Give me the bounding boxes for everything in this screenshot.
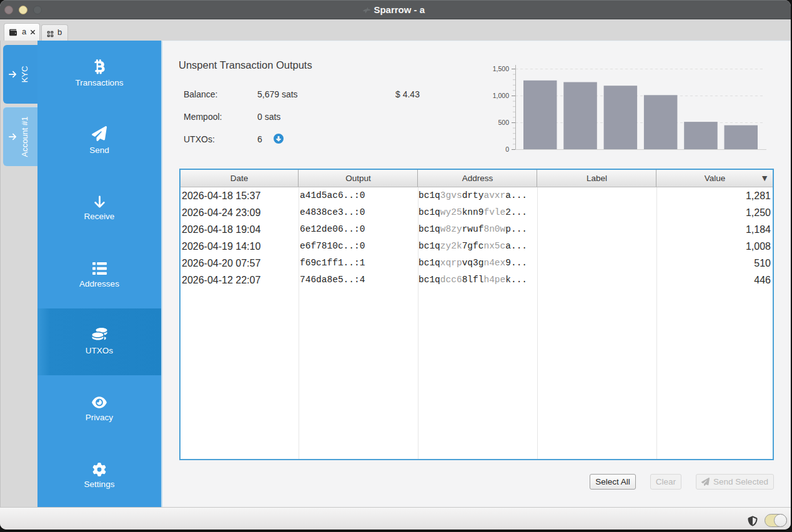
svg-text:0: 0: [505, 145, 509, 153]
svg-text:500: 500: [498, 119, 509, 126]
svg-text:1,500: 1,500: [493, 65, 509, 72]
svg-text:1,000: 1,000: [493, 92, 509, 99]
